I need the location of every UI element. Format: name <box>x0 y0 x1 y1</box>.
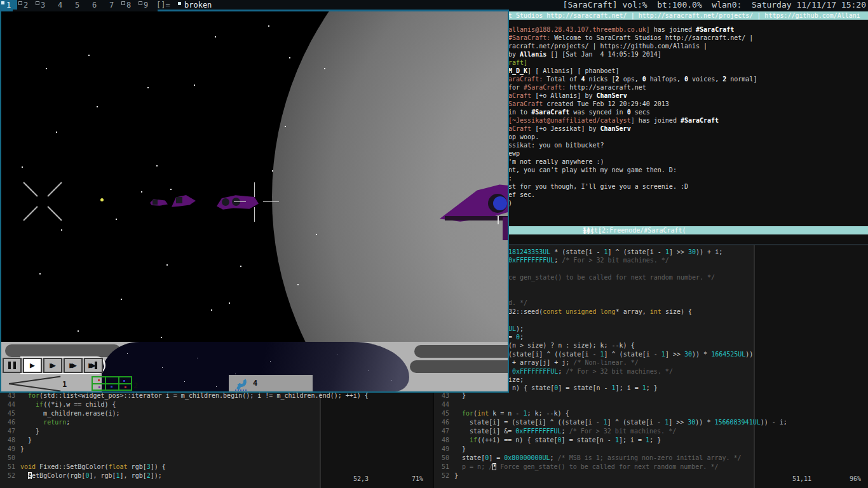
text-segment: halfops, <box>646 76 684 83</box>
code-line: 44 if((*i).w == child) { <box>1 400 116 409</box>
hud-right-pill-1 <box>414 345 508 358</box>
star <box>268 25 269 27</box>
line-number: 45 <box>435 409 449 418</box>
text-segment <box>454 437 470 444</box>
game-viewport <box>1 11 508 342</box>
text-segment: )) - i; <box>761 419 787 426</box>
text-segment: ] ^ (state[i - <box>608 248 665 255</box>
code-line-fragment: 181243353UL * (state[i - 1] ^ (state[i -… <box>508 248 722 256</box>
text-segment: nt, you can't play with my new game then… <box>508 166 677 173</box>
star <box>22 166 23 168</box>
tag-label: 3 <box>41 1 45 10</box>
irc-message-line: ewp <box>508 149 520 158</box>
line-number: 47 <box>1 427 15 436</box>
text-segment: [~Jessikat@unaffiliated/catalyst <box>508 117 631 124</box>
text-segment: ef sec. <box>508 191 535 198</box>
text-segment: created Tue Feb 12 20:29:40 2013 <box>543 100 669 107</box>
wrench-tool-button[interactable]: 4 <box>229 375 313 391</box>
dome-star <box>127 353 128 354</box>
text-segment: ((*i).w == child) { <box>43 401 116 408</box>
spaceship-small-2[interactable] <box>172 194 196 208</box>
line-number: 44 <box>1 400 15 409</box>
text-segment: araCraft: <box>508 76 543 83</box>
max-forward-button[interactable]: ▶▶▶ <box>84 358 103 373</box>
text-segment: 'm not really anywhere :) <box>508 158 604 165</box>
text-segment: ); <box>516 325 524 332</box>
desktop: t Studios http://saracraft.net/ | http:/… <box>0 0 868 488</box>
workspace-tag-5[interactable]: 5 <box>69 0 86 10</box>
text-segment: /* For > 32 bit machines. */ <box>569 428 677 435</box>
code-line: 48 if((++i) == n) { state[0] = state[n -… <box>435 436 661 445</box>
compass-tool-button[interactable]: 1 <box>4 375 70 391</box>
code-line-fragment: ize; <box>508 376 524 384</box>
line-number: 47 <box>435 427 449 436</box>
status-bar: 123456789 []= broken [SaraCraft] vol:% b… <box>0 0 868 10</box>
line-number: 45 <box>1 409 15 418</box>
text-segment <box>20 401 36 408</box>
text-segment: ] = <box>489 454 504 461</box>
line-number: 50 <box>435 454 449 463</box>
text-segment: } <box>454 392 466 399</box>
star <box>161 337 162 338</box>
text-segment: ; <box>554 257 562 264</box>
game-hud-bar: ▶ ▶▶ ▶▶▶ ▶▶▶ 1 <box>1 342 508 391</box>
code-line: 45 m_children.erase(i); <box>1 409 120 418</box>
workspace-tag-6[interactable]: 6 <box>86 0 103 10</box>
text-segment: )) <box>745 351 753 358</box>
text-segment: Total of <box>543 76 581 83</box>
text-segment: if <box>36 401 43 408</box>
play-icon: ▶ <box>30 359 35 372</box>
pause-button[interactable] <box>3 358 22 373</box>
play-button[interactable]: ▶ <box>23 358 42 373</box>
workspace-tag-1[interactable]: 1 <box>0 0 17 10</box>
fast-forward-button[interactable]: ▶▶ <box>43 358 62 373</box>
text-segment: ssikat: you on bitbucket? <box>508 142 604 149</box>
star <box>156 165 158 166</box>
irc-message-line: ssikat: you on bitbucket? <box>508 141 604 149</box>
text-segment: ] = state[n - <box>558 384 611 391</box>
vim-right-scroll-percent: 96% <box>850 475 861 482</box>
text-segment: ; <box>558 368 566 375</box>
irc-message-line: by Allanis [] [Sat Jan 4 14:05:19 2014] <box>508 50 661 58</box>
spaceship-medium[interactable] <box>217 194 259 212</box>
code-line: 47 state[i] &= 0xFFFFFFFFUL; /* For > 32… <box>435 427 676 436</box>
ship-wing-fragment <box>503 217 508 240</box>
text-segment: 0xFFFFFFFFUL <box>512 368 558 375</box>
irc-message-line: nt, you can't play with my new game then… <box>508 166 677 174</box>
layout-symbol[interactable]: []= <box>156 0 170 10</box>
code-line: 49} <box>1 445 24 454</box>
irc-message-line: [~Jessikat@unaffiliated/catalyst] has jo… <box>508 116 719 125</box>
text-segment: ] ^ (state[i - <box>607 419 665 426</box>
text-segment: ], rgb[ <box>120 472 147 479</box>
text-segment: state[i] = (state[i] ^ ((state[i - <box>454 419 604 426</box>
text-segment: #SaraCraft <box>531 109 569 116</box>
vim-left-ruler: 52,3 <box>353 475 369 482</box>
workspace-tag-2[interactable]: 2 <box>17 0 34 10</box>
text-segment: #SaraCraft <box>696 26 734 33</box>
game-window[interactable]: ▶ ▶▶ ▶▶▶ ▶▶▶ 1 <box>0 10 509 393</box>
workspace-tag-8[interactable]: 8 <box>120 0 137 10</box>
text-segment: racraft.net/projects/ | https://github.c… <box>508 43 707 50</box>
line-number: 43 <box>1 391 15 400</box>
faster-forward-button[interactable]: ▶▶▶ <box>64 358 83 373</box>
workspace-tag-7[interactable]: 7 <box>103 0 120 10</box>
text-segment: ] <box>631 117 639 124</box>
line-number: 49 <box>435 445 449 454</box>
text-segment: [+o Jessikat] by <box>531 125 600 132</box>
spaceship-small-1[interactable] <box>150 198 168 207</box>
text-segment: 32::seed( <box>508 308 543 315</box>
text-segment: (std::list<widget_pos>::iterator i = m_c… <box>39 392 369 399</box>
hud-right-pill-2 <box>410 360 508 373</box>
text-segment <box>20 472 28 479</box>
workspace-tag-9[interactable]: 9 <box>137 0 154 10</box>
status-text: [SaraCraft] vol:% bt:100.0% wlan0: Satur… <box>563 0 866 10</box>
code-line: 43 } <box>435 391 466 400</box>
workspace-tag-3[interactable]: 3 <box>34 0 51 10</box>
text-segment: ] = state[n - <box>562 437 615 444</box>
workspace-tag-4[interactable]: 4 <box>51 0 69 10</box>
star <box>297 284 299 285</box>
irc-message-line: in to #SaraCraft was synced in 0 secs <box>508 108 650 116</box>
star <box>121 299 122 300</box>
text-segment: ops, <box>620 76 642 83</box>
tag-label: 8 <box>126 1 131 10</box>
